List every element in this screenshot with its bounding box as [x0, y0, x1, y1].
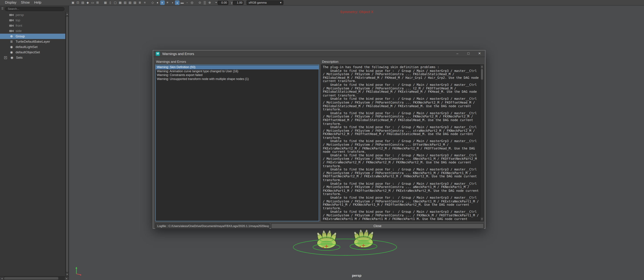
warning-item[interactable]: Warning: Animation curve tangent type ch…	[156, 69, 319, 73]
outliner-horizontal-scrollbar[interactable]: ◄ ►	[0, 276, 68, 280]
scroll-down-icon[interactable]: ▼	[480, 217, 484, 221]
xray-joints-icon[interactable]: ⊕	[208, 0, 212, 5]
scrollbar-thumb[interactable]	[481, 69, 483, 80]
warnings-errors-dialog: M Warnings and Errors – □ ✕ Warnings and…	[153, 50, 486, 228]
camera-icon	[9, 29, 14, 33]
exposure-field[interactable]	[218, 1, 228, 5]
set-icon: ◉	[10, 56, 14, 60]
film-gate-icon[interactable]: ▯	[108, 0, 112, 5]
symmetry-hud: Symmetry: Object X	[70, 10, 644, 14]
outliner-item-label: front	[16, 24, 22, 27]
lock-camera-icon[interactable]: ⊡	[76, 0, 80, 5]
field-chart-icon[interactable]: ▥	[123, 0, 127, 5]
warning-item[interactable]: Warning: Constraints export failed	[156, 73, 319, 77]
set-icon: ◉	[9, 45, 14, 49]
search-input[interactable]	[5, 7, 64, 11]
shadows-icon[interactable]: ◑	[170, 0, 174, 5]
xray-icon[interactable]: ▒	[202, 0, 207, 5]
bookmarks-icon[interactable]: ◆	[86, 0, 90, 5]
maya-logo-icon: M	[156, 52, 160, 56]
motion-blur-icon[interactable]: ▬	[180, 0, 184, 5]
close-button[interactable]: Close	[271, 224, 484, 229]
grid-icon[interactable]: ▦	[103, 0, 108, 5]
isolate-select-icon[interactable]: ⊙	[198, 0, 202, 5]
warning-item[interactable]: Warning: Skin Definition (93)	[156, 65, 319, 69]
dialog-title: Warnings and Errors	[162, 52, 452, 56]
viewport-toolbar: ▣⊡▤◆▭⊞▦▯▢▩▥▧▨≣≡◇●◐☀◑◒▬▫◎⊙▒⊕ ◓ γ sRGB gam…	[71, 0, 284, 5]
description-panel[interactable]: The plug-in has found the following skin…	[321, 64, 484, 221]
outliner-item-sets[interactable]: + ◉ Sets	[0, 55, 65, 60]
set-icon: ◉	[9, 50, 14, 54]
outliner-item-label: persp	[16, 13, 24, 17]
image-plane-icon[interactable]: ▭	[90, 0, 95, 5]
menu-show[interactable]: Show	[19, 0, 32, 5]
scroll-up-icon[interactable]: ▲	[66, 12, 68, 16]
multisample-aa-icon[interactable]: ▫	[185, 0, 189, 5]
outliner-item-side[interactable]: side	[0, 28, 65, 34]
hud-icon[interactable]: ≣	[138, 0, 142, 5]
outliner-panel: ⠿ persp top front	[0, 6, 69, 280]
outliner-item-label: side	[16, 29, 22, 33]
safe-action-icon[interactable]: ▧	[128, 0, 132, 5]
maya-window: Display Show Help ▣⊡▤◆▭⊞▦▯▢▩▥▧▨≣≡◇●◐☀◑◒▬…	[0, 0, 644, 280]
outliner-item-persp[interactable]: persp	[0, 12, 65, 18]
bake-layer-icon: ≣	[9, 40, 14, 44]
select-camera-icon[interactable]: ▣	[71, 0, 75, 5]
outliner-item-label: defaultLightSet	[16, 45, 38, 49]
outliner-item-top[interactable]: top	[0, 18, 65, 23]
top-bar: Display Show Help ▣⊡▤◆▭⊞▦▯▢▩▥▧▨≣≡◇●◐☀◑◒▬…	[0, 0, 644, 6]
resolution-gate-icon[interactable]: ▢	[113, 0, 118, 5]
description-header: Description	[322, 60, 338, 64]
outliner-vertical-scrollbar[interactable]: ▲ ▼	[65, 12, 68, 276]
viewport-toolbar-icons: ▣⊡▤◆▭⊞▦▯▢▩▥▧▨≣≡◇●◐☀◑◒▬▫◎⊙▒⊕	[71, 0, 212, 5]
screen-space-ao-icon[interactable]: ◒	[175, 0, 179, 5]
textured-icon[interactable]: ◐	[160, 0, 164, 5]
camera-icon	[9, 13, 14, 17]
outliner-item-turtle-bake-layer[interactable]: ≣ TurtleDefaultBakeLayer	[0, 39, 65, 44]
outliner-item-label: defaultObjectSet	[16, 50, 40, 54]
safe-title-icon[interactable]: ▨	[132, 0, 137, 5]
scroll-right-icon[interactable]: ►	[65, 277, 68, 280]
object-details-icon[interactable]: ≡	[142, 0, 147, 5]
outliner-search-row: ⠿	[0, 6, 68, 11]
dialog-titlebar[interactable]: M Warnings and Errors – □ ✕	[153, 50, 485, 57]
warning-item[interactable]: Warning: Unsupported transform node with…	[156, 77, 319, 81]
use-all-lights-icon[interactable]: ☀	[165, 0, 170, 5]
pan-zoom-icon[interactable]: ⊞	[95, 0, 100, 5]
wireframe-icon[interactable]: ◇	[150, 0, 155, 5]
outliner-item-label: top	[16, 18, 20, 22]
outliner-list: persp top front side ⊕	[0, 12, 65, 276]
scrollbar-thumb[interactable]	[4, 277, 58, 280]
expand-plus-icon[interactable]: +	[4, 56, 7, 59]
menu-display[interactable]: Display	[3, 0, 18, 5]
scroll-left-icon[interactable]: ◄	[0, 277, 4, 280]
shaded-icon[interactable]: ●	[155, 0, 160, 5]
maximize-button[interactable]: □	[463, 50, 474, 57]
view-transform-dropdown[interactable]: sRGB gamma ▾	[246, 0, 284, 5]
outliner-item-group[interactable]: ⊕ Group	[0, 34, 65, 39]
gamma-field[interactable]	[233, 1, 244, 5]
scroll-up-icon[interactable]: ▲	[480, 65, 484, 68]
description-scrollbar[interactable]: ▲ ▼	[480, 65, 484, 221]
description-text: The plug-in has found the following skin…	[323, 66, 479, 220]
logfile-path: Logfile : C:/Users/aless/OneDrive/Docume…	[155, 224, 270, 229]
scrollbar-thumb[interactable]	[66, 16, 68, 272]
scroll-down-icon[interactable]: ▼	[66, 272, 68, 276]
minimize-button[interactable]: –	[452, 50, 463, 57]
depth-of-field-icon[interactable]: ◎	[190, 0, 194, 5]
camera-attributes-icon[interactable]: ▤	[80, 0, 85, 5]
outliner-item-default-light-set[interactable]: ◉ defaultLightSet	[0, 44, 65, 50]
gamma-icon[interactable]: γ	[231, 1, 233, 4]
panel-menu-icon[interactable]: ⠿	[1, 7, 4, 11]
outliner-item-default-object-set[interactable]: ◉ defaultObjectSet	[0, 50, 65, 55]
menu-help[interactable]: Help	[32, 0, 44, 5]
warnings-list: Warning: Skin Definition (93) Warning: A…	[155, 64, 319, 221]
outliner-item-label: Sets	[16, 56, 22, 60]
gate-mask-icon[interactable]: ▩	[118, 0, 122, 5]
transform-node-icon: ⊕	[9, 34, 14, 38]
outliner-menubar: Display Show Help	[0, 0, 69, 5]
camera-icon	[9, 18, 14, 22]
exposure-icon[interactable]: ◓	[215, 1, 217, 4]
close-window-button[interactable]: ✕	[474, 50, 485, 57]
outliner-item-front[interactable]: front	[0, 23, 65, 28]
